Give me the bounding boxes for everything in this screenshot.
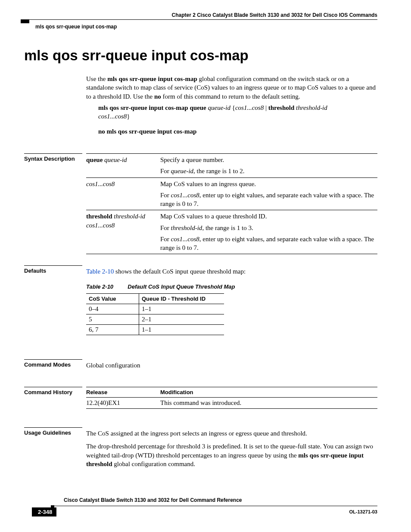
arg: cos1...cos8 [171,192,199,199]
text: { [230,104,235,111]
text: | [264,104,268,111]
desc: Map CoS values to an ingress queue. [160,180,375,188]
desc: Map CoS values to a queue threshold ID. [160,212,375,221]
defaults-block: Table 2-10 shows the default CoS input q… [86,267,377,335]
text: , the range is 1 to 2. [193,168,244,174]
table-row: 52–1 [86,314,224,325]
syntax-line-1: mls qos srr-queue input cos-map queue qu… [98,103,377,121]
desc: For cos1...cos8, enter up to eight value… [160,235,375,252]
cell: 6, 7 [86,325,139,335]
arg: cos1...cos8 [86,222,115,229]
breadcrumb: mls qos srr-queue input cos-map [35,24,117,30]
label-defaults: Defaults [24,265,82,274]
arg: queue-id [208,104,230,111]
defaults-table: CoS Value Queue ID - Threshold ID 0–41–1… [86,293,224,335]
usage-p2: The drop-threshold percentage for thresh… [86,442,377,468]
intro-paragraph: Use the mls qos srr-queue input cos-map … [86,75,377,101]
header-rule [26,19,377,20]
table-row: queue queue-id Specify a queue number. F… [86,154,377,178]
arg: threshold-id [296,104,327,111]
cell: 1–1 [139,304,224,314]
arg: cos1...cos8 [235,104,264,111]
table-row: 0–41–1 [86,304,224,314]
footer-rule [51,506,377,506]
label-modes: Command Modes [24,359,82,368]
label-usage: Usage Guidelines [24,427,82,436]
kw: threshold [86,213,114,220]
usage-block: The CoS assigned at the ingress port sel… [86,429,377,468]
desc: For queue-id, the range is 1 to 2. [160,167,375,175]
history-block: Release Modification 12.2(40)EX1 This co… [86,387,377,409]
text: , the range is 1 to 3. [202,224,253,231]
arg: threshold-id [171,224,202,231]
arg: cos1...cos8 [86,180,115,187]
page-title: mls qos srr-queue input cos-map [24,47,249,64]
cell: 5 [86,314,139,325]
arg: queue-id [171,168,193,174]
kw: threshold [268,104,295,111]
kw: queue [86,156,104,163]
doc-id: OL-13271-03 [349,509,377,514]
table-ref-link[interactable]: Table 2-10 [86,268,114,275]
text: shows the default CoS input queue thresh… [114,268,246,275]
running-header: Chapter 2 Cisco Catalyst Blade Switch 31… [172,12,378,18]
table-row: cos1...cos8 Map CoS values to an ingress… [86,177,377,210]
header-ornament [21,19,29,23]
defaults-text: Table 2-10 shows the default CoS input q… [86,267,377,276]
footer-title: Cisco Catalyst Blade Switch 3130 and 303… [64,497,242,503]
page-number-badge: 2-348 [32,507,56,516]
syntax-no-form: no mls qos srr-queue input cos-map [98,127,377,136]
text: form of this command to return to the de… [161,93,300,100]
syntax-table-wrap: queue queue-id Specify a queue number. F… [86,153,377,254]
text: For [160,192,171,199]
table-caption: Table 2-10 Default CoS Input Queue Thres… [86,283,377,290]
caption-num: Table 2-10 [86,283,113,290]
table-row: 6, 71–1 [86,325,224,335]
table-header-row: CoS Value Queue ID - Threshold ID [86,294,224,304]
text: For [160,224,171,231]
text: Use the [86,75,107,82]
arg: cos1...cos8 [171,236,199,243]
col-header: Modification [160,387,377,398]
no-keyword: no [154,93,161,100]
cell: 0–4 [86,304,139,314]
col-header: CoS Value [86,294,139,304]
col-header: Release [86,387,160,398]
kw: no mls qos srr-queue input cos-map [98,128,196,135]
usage-p1: The CoS assigned at the ingress port sel… [86,429,377,438]
table-row: 12.2(40)EX1 This command was introduced. [86,398,377,409]
arg: threshold-id [114,213,145,220]
cmd-name: mls qos srr-queue input cos-map [107,75,197,82]
modes-text: Global configuration [86,361,377,370]
kw: mls qos srr-queue input cos-map queue [98,104,208,111]
cell: 1–1 [139,325,224,335]
desc: Specify a queue number. [160,156,375,164]
label-history: Command History [24,387,82,395]
text: global configuration command. [112,460,195,467]
cell: 12.2(40)EX1 [86,398,160,409]
desc: For threshold-id, the range is 1 to 3. [160,224,375,232]
table-row: threshold threshold-idcos1...cos8 Map Co… [86,210,377,254]
arg: cos1...cos8 [98,113,127,120]
desc: For cos1...cos8, enter up to eight value… [160,191,375,208]
text: For [160,168,171,174]
text: For [160,236,171,243]
text: } [127,113,130,120]
syntax-table: queue queue-id Specify a queue number. F… [86,153,377,254]
caption-title: Default CoS Input Queue Threshold Map [128,283,235,290]
arg: queue-id [104,156,127,163]
cell: 2–1 [139,314,224,325]
col-header: Queue ID - Threshold ID [139,294,224,304]
table-header-row: Release Modification [86,387,377,398]
cell: This command was introduced. [160,398,377,409]
history-table: Release Modification 12.2(40)EX1 This co… [86,387,377,409]
syntax-block: mls qos srr-queue input cos-map queue qu… [86,103,377,136]
label-syntax: Syntax Description [24,153,82,162]
